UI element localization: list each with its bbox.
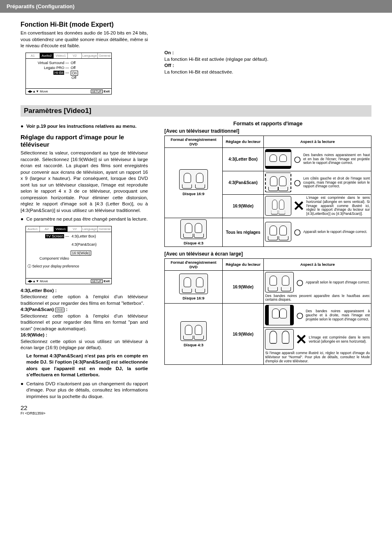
mark-ok-icon: ○: [293, 154, 302, 165]
th-aspect: Aspect à la lecture: [264, 136, 371, 147]
breadcrumb-bar: Préparatifs (Configuration): [0, 0, 392, 13]
exit-label: Exit: [104, 90, 110, 93]
row-legato-label: Legato PRO —: [28, 66, 71, 70]
tv-p1: Sélectionnez la valeur, correspondant au…: [21, 150, 148, 214]
tab-general-b: General: [98, 226, 111, 232]
setting-ps: 4:3(Pan&Scan): [222, 171, 264, 194]
page-content: Fonction Hi-Bit (mode Expert) En convert…: [0, 13, 392, 424]
on-desc: La fonction Hi-Bit est activée (réglage …: [164, 56, 371, 63]
mark-ok-icon: ○: [295, 277, 304, 288]
setting-all: Tous les réglages: [222, 218, 264, 246]
tab-a1: A1: [26, 53, 40, 58]
compvideo-label: Component Video: [28, 256, 71, 260]
arrows-icon: ◀▶▲▼: [28, 90, 39, 93]
opt-ps: 4:3(Pan&Scan): [71, 242, 110, 246]
bullet-icon: ●: [21, 216, 26, 223]
tab-v2: V2: [68, 53, 82, 58]
breadcrumb: Préparatifs (Configuration): [7, 3, 74, 9]
setup-screen-audio2: A1 Audio2 Video1 V2 Language General Vir…: [25, 53, 112, 94]
th-format: Format d'enregistrement DVD: [165, 136, 223, 147]
thumb-result-stretch: [265, 329, 294, 350]
setup-screen-video1: Audio1 A2 Video1 V2 Language General TV …: [25, 226, 112, 284]
result-ok-txt: Apparaît selon le rapport d'image correc…: [303, 230, 367, 234]
caption-disc43: Disque 4:3: [166, 241, 221, 245]
result-pillar-txt: Des bandes noires apparaissent à gauche …: [306, 309, 370, 321]
lb-label: 4:3(Letter Box) :: [21, 288, 57, 293]
lb-desc: Sélectionnez cette option à l'emploi d'u…: [21, 294, 148, 306]
opt-lb: 4:3(Letter Box): [71, 234, 110, 238]
row-hibit-on: On: [71, 71, 78, 76]
wide-desc: Sélectionnez cette option si vous utilis…: [21, 339, 148, 351]
mark-ok-icon: ○: [293, 226, 302, 237]
result-stretch-note: Si l'image apparaît comme illustré ici, …: [265, 351, 370, 363]
setup-label: SETUP: [91, 90, 103, 93]
ps-label: 4:3(Pan&Scan): [21, 307, 54, 312]
tab-language: Language: [82, 53, 98, 58]
thumb-result-wide-ok: [265, 272, 294, 292]
tab-video1-b: Video1: [54, 226, 68, 232]
formats-sub1: [Avec un téléviseur traditionnel]: [164, 128, 371, 134]
info-text: Select your display preference: [32, 264, 79, 268]
bullet-icon: ●: [21, 381, 26, 400]
opt-wide: 16:9(Wide): [71, 251, 91, 256]
aspect-table-wide: Format d'enregistrement DVD Réglage du l…: [164, 258, 371, 365]
result-ps-txt: Les côtés gauche et droit de l'image son…: [303, 177, 370, 189]
result-wideok-note: Des bandes noires peuvent apparaître dan…: [265, 294, 370, 302]
thumb-source-43b: [180, 321, 207, 341]
tab-audio1: Audio1: [26, 226, 40, 232]
hibit-desc: En convertissant les données audio de 16…: [21, 30, 148, 49]
off-label: Off :: [164, 63, 174, 68]
row-legato-opt: Off: [71, 66, 76, 70]
tab-general: General: [98, 53, 111, 58]
setting-wide: 16:9(Wide): [222, 194, 264, 218]
ps-desc: Sélectionnez cette option à l'emploi d'u…: [21, 313, 148, 332]
setup-label2: SETUP: [91, 279, 103, 283]
th-aspect2: Aspect à la lecture: [264, 258, 371, 270]
formats-title: Formats et rapports d'image: [164, 121, 371, 127]
result-stretch-txt: L'image est comprimée dans le sens verti…: [309, 336, 370, 344]
th-reglage2: Réglage du lecteur: [222, 258, 264, 270]
bullet-icon: ●: [21, 123, 26, 130]
thumb-source-43: [180, 219, 207, 239]
arrows-icon: ◀▶▲▼: [28, 279, 39, 283]
thumb-source-169b: [179, 274, 208, 294]
thumb-result-ps: [265, 173, 291, 192]
result-wideok-txt: Apparaît selon le rapport d'image correc…: [306, 281, 370, 285]
bullet-instructions: Voir p.19 pour les instructions relative…: [26, 124, 136, 129]
row-hibit-label: Hi-Bit: [53, 71, 64, 75]
mark-ok-icon: ○: [293, 177, 302, 188]
row-vs-opt: Off: [71, 61, 76, 65]
row-hibit-off: Off: [71, 76, 110, 80]
dvd-badge-icon: DVD: [55, 308, 65, 312]
page-code: Fr <DRB1359>: [21, 411, 148, 415]
row-vs-label: Virtual Surround —: [28, 61, 71, 65]
ps-colon: :: [65, 307, 67, 312]
exit-label2: Exit: [104, 279, 110, 283]
mark-bad-icon: ✕: [295, 334, 307, 345]
tvscreen-label: TV Screen: [45, 234, 65, 238]
hibit-title: Fonction Hi-Bit (mode Expert): [21, 21, 148, 28]
tab-video1: Video1: [54, 53, 68, 58]
mark-ok-icon: ○: [295, 310, 304, 321]
mark-bad-icon: ✕: [293, 200, 304, 212]
bullet-dvd: Certains DVD n'autorisent pas un changem…: [26, 381, 148, 400]
result-sq-txt: L'image est comprimée dans le sens horiz…: [306, 196, 370, 216]
result-lb-txt: Des bandes noires apparaissent en haut e…: [303, 153, 370, 165]
formats-sub2: [Avec un téléviseur à écran large]: [164, 251, 371, 257]
page-number: 22: [21, 404, 148, 411]
th-reglage: Réglage du lecteur: [222, 136, 264, 147]
setting-wide2: 16:9(Wide): [222, 270, 264, 304]
thumb-result-pillar: [265, 305, 294, 325]
thumb-result-lb: [265, 149, 291, 169]
dj-note: Le format 4:3(Pan&Scan) n'est pas pris e…: [26, 353, 148, 378]
tab-a2: A2: [40, 226, 54, 232]
aspect-table-traditional: Format d'enregistrement DVD Réglage du l…: [164, 136, 371, 247]
tv-title: Réglage du rapport d'image pour le télév…: [21, 134, 148, 148]
caption-disc43b: Disque 4:3: [166, 343, 221, 347]
off-desc: La fonction Hi-Bit est désactivée.: [164, 69, 371, 76]
tab-v2-b: V2: [68, 226, 82, 232]
move-label: Move: [40, 90, 48, 93]
thumb-result-ok: [265, 222, 291, 242]
wide-label: 16:9(Wide) :: [21, 332, 47, 337]
on-label: On :: [164, 50, 174, 55]
